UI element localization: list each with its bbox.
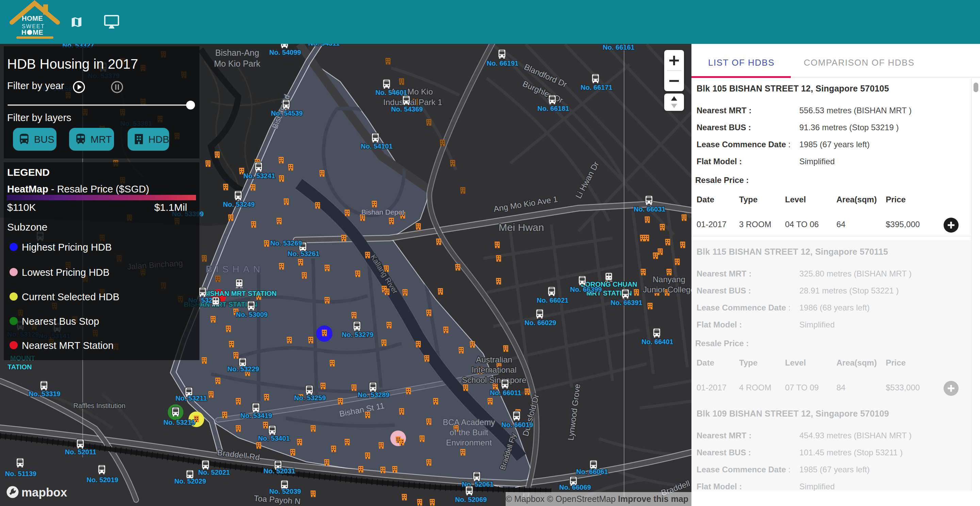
svg-text:No. 66011: No. 66011	[490, 389, 521, 397]
svg-text:No. 52039: No. 52039	[269, 488, 301, 495]
svg-text:TATION: TATION	[8, 363, 32, 371]
svg-text:mapbox: mapbox	[21, 485, 67, 499]
svg-text:No. 53211: No. 53211	[176, 395, 207, 402]
svg-text:No. 53259: No. 53259	[294, 394, 326, 401]
svg-text:No. 66019: No. 66019	[501, 421, 533, 428]
svg-text:No. 54539: No. 54539	[271, 109, 302, 117]
svg-text:No. 66191: No. 66191	[487, 60, 518, 67]
svg-text:No. 66399: No. 66399	[570, 286, 601, 293]
svg-text:No. 66029: No. 66029	[524, 319, 556, 327]
svg-text:No. 52069: No. 52069	[455, 496, 487, 503]
svg-text:H: H	[21, 29, 27, 36]
svg-text:No. 53219: No. 53219	[163, 419, 195, 426]
svg-text:Bishan-Ang: Bishan-Ang	[215, 48, 259, 57]
svg-text:Junior College: Junior College	[643, 285, 695, 294]
svg-text:No. 52021: No. 52021	[198, 469, 230, 476]
svg-text:School Singapore: School Singapore	[462, 376, 526, 385]
svg-text:No. 51139: No. 51139	[5, 470, 37, 477]
svg-text:BISHAN MRT STATION: BISHAN MRT STATION	[203, 290, 277, 297]
svg-text:No. 53249: No. 53249	[223, 201, 255, 208]
svg-text:Raffles Institution: Raffles Institution	[73, 402, 125, 409]
svg-text:No. 66401: No. 66401	[641, 338, 673, 346]
svg-text:No. 54369: No. 54369	[391, 105, 423, 113]
svg-text:No. 66161: No. 66161	[603, 43, 634, 51]
svg-text:Mo Kio Park: Mo Kio Park	[214, 59, 261, 68]
svg-text:ME: ME	[33, 29, 43, 36]
svg-text:of the Built: of the Built	[450, 428, 488, 437]
svg-text:No. 54101: No. 54101	[361, 143, 392, 150]
svg-text:No. 66391: No. 66391	[611, 299, 642, 306]
svg-text:Mei Hwan: Mei Hwan	[498, 222, 544, 233]
svg-text:Environment: Environment	[446, 438, 492, 447]
svg-text:No. 66021: No. 66021	[537, 297, 568, 304]
svg-text:No. 66171: No. 66171	[581, 84, 612, 91]
svg-text:No. 53279: No. 53279	[342, 331, 373, 338]
svg-text:No. 53289: No. 53289	[358, 391, 389, 398]
svg-text:No. 53419: No. 53419	[240, 412, 272, 419]
svg-text:BCA Academy: BCA Academy	[443, 417, 495, 427]
svg-text:No. 53241: No. 53241	[243, 172, 275, 179]
svg-text:No. 52031: No. 52031	[263, 467, 295, 475]
svg-text:BISHAN: BISHAN	[206, 264, 264, 274]
svg-text:No. 52011: No. 52011	[65, 448, 96, 456]
svg-text:No. 52019: No. 52019	[86, 476, 118, 484]
svg-text:No. 66069: No. 66069	[559, 484, 591, 491]
svg-text:No. 54601: No. 54601	[375, 89, 407, 96]
svg-text:Australian: Australian	[476, 355, 512, 364]
svg-text:No. 66031: No. 66031	[633, 205, 665, 213]
svg-text:No. 53401: No. 53401	[258, 435, 290, 442]
svg-text:Bishan Depot: Bishan Depot	[361, 208, 404, 216]
svg-text:No. 53009: No. 53009	[236, 311, 267, 318]
svg-text:HOME: HOME	[22, 14, 43, 22]
svg-text:No. 53261: No. 53261	[288, 250, 319, 257]
svg-text:International: International	[472, 365, 517, 374]
svg-text:No. 53229: No. 53229	[227, 365, 259, 373]
svg-text:No. 52029: No. 52029	[174, 477, 206, 485]
svg-text:No. 53269: No. 53269	[270, 240, 302, 247]
svg-text:No. 66061: No. 66061	[576, 468, 608, 475]
svg-text:No. 66181: No. 66181	[537, 105, 569, 112]
svg-text:No. 54099: No. 54099	[269, 49, 301, 56]
svg-text:Nanyang: Nanyang	[653, 275, 685, 284]
svg-text:No. 53319: No. 53319	[29, 390, 60, 398]
